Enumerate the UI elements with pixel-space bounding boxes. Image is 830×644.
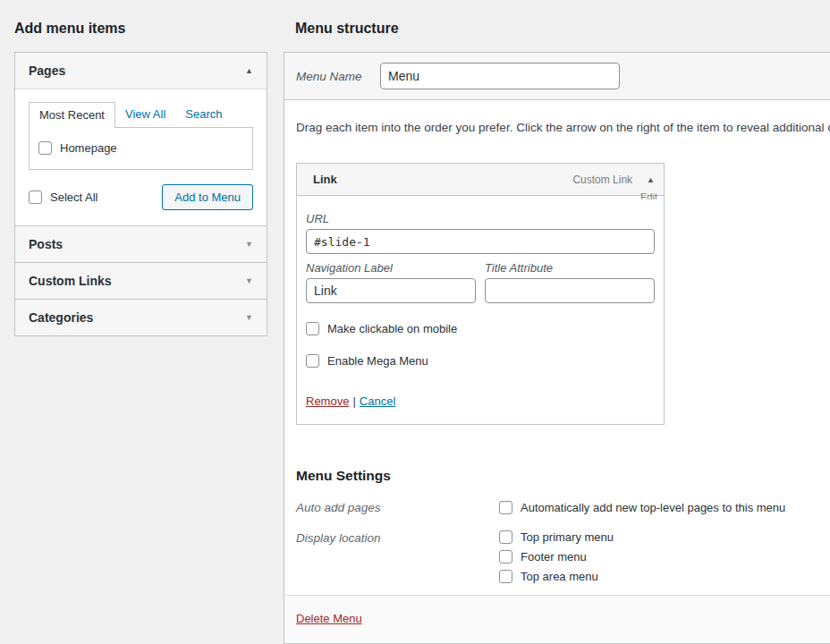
- homepage-label: Homepage: [60, 141, 117, 155]
- enable-mega-menu-label: Enable Mega Menu: [327, 354, 428, 368]
- delete-menu-link[interactable]: Delete Menu: [296, 612, 362, 625]
- select-all-label: Select All: [50, 191, 97, 204]
- menu-items-accordion: Pages ▲ Most Recent View All Search Home…: [14, 52, 267, 336]
- menu-settings-title: Menu Settings: [296, 468, 830, 484]
- collapse-item-icon[interactable]: ▲: [647, 175, 655, 184]
- most-recent-tab-panel: Homepage: [29, 127, 253, 170]
- menu-item-link: Link Custom Link ▲ Edit URL Navigation L…: [296, 163, 665, 425]
- pages-tabs: Most Recent View All Search: [29, 102, 253, 127]
- link-separator: |: [352, 394, 355, 408]
- tab-view-all[interactable]: View All: [115, 102, 175, 127]
- pages-button-controls: Select All Add to Menu: [29, 184, 253, 210]
- auto-add-option-label: Automatically add new top-level pages to…: [521, 501, 785, 514]
- navigation-label-input[interactable]: [306, 278, 476, 303]
- select-all-checkbox[interactable]: [29, 191, 42, 204]
- enable-mega-menu-checkbox[interactable]: [306, 354, 319, 368]
- remove-item-link[interactable]: Remove: [306, 394, 349, 408]
- edit-link-clipped[interactable]: Edit: [640, 191, 657, 199]
- menu-structure-panel: Menu Name Drag each item into the order …: [284, 52, 830, 644]
- cancel-item-link[interactable]: Cancel: [360, 394, 395, 408]
- make-clickable-label: Make clickable on mobile: [327, 322, 457, 335]
- menu-structure-title: Menu structure: [284, 14, 830, 52]
- url-label: URL: [306, 212, 655, 225]
- chevron-up-icon: ▲: [245, 66, 253, 75]
- item-action-links: Remove|Cancel: [306, 394, 655, 408]
- footer-menu-checkbox[interactable]: [499, 550, 512, 564]
- url-input[interactable]: [306, 229, 655, 254]
- top-primary-menu-label: Top primary menu: [521, 530, 614, 544]
- footer-menu-row[interactable]: Footer menu: [499, 550, 614, 564]
- add-to-menu-button[interactable]: Add to Menu: [162, 184, 253, 210]
- make-clickable-row[interactable]: Make clickable on mobile: [306, 322, 655, 335]
- chevron-down-icon: ▼: [245, 240, 253, 249]
- make-clickable-checkbox[interactable]: [306, 322, 319, 335]
- top-primary-menu-row[interactable]: Top primary menu: [499, 530, 614, 544]
- display-location-label: Display location: [296, 530, 499, 583]
- title-attribute-input[interactable]: [485, 278, 655, 303]
- footer-menu-label: Footer menu: [521, 550, 587, 564]
- enable-mega-menu-row[interactable]: Enable Mega Menu: [306, 354, 655, 368]
- menu-name-bar: Menu Name: [284, 53, 830, 100]
- top-area-menu-row[interactable]: Top area menu: [499, 570, 614, 583]
- homepage-checkbox[interactable]: [38, 141, 52, 155]
- chevron-down-icon: ▼: [245, 276, 253, 285]
- auto-add-pages-row: Auto add pages Automatically add new top…: [296, 500, 830, 514]
- top-area-menu-label: Top area menu: [521, 570, 598, 583]
- display-location-row: Display location Top primary menu Footer…: [296, 530, 830, 583]
- pages-section-label: Pages: [29, 64, 65, 78]
- menu-item-header[interactable]: Link Custom Link ▲: [296, 163, 665, 196]
- navigation-label-label: Navigation Label: [306, 261, 476, 275]
- select-all-row[interactable]: Select All: [29, 191, 97, 204]
- posts-section-label: Posts: [29, 237, 63, 251]
- add-menu-items-column: Add menu items Pages ▲ Most Recent View …: [14, 14, 267, 336]
- auto-add-pages-label: Auto add pages: [296, 500, 499, 514]
- accordion-section-pages[interactable]: Pages ▲: [15, 53, 267, 89]
- accordion-section-custom-links[interactable]: Custom Links ▼: [15, 262, 267, 299]
- chevron-down-icon: ▼: [245, 313, 253, 322]
- auto-add-option-row[interactable]: Automatically add new top-level pages to…: [499, 500, 785, 514]
- add-menu-items-title: Add menu items: [14, 14, 267, 52]
- menu-name-label: Menu Name: [296, 70, 368, 83]
- menu-name-input[interactable]: [380, 63, 620, 89]
- menu-structure-column: Menu structure Menu Name Drag each item …: [284, 14, 830, 644]
- menu-item-settings: URL Navigation Label Title Attribute: [296, 196, 665, 425]
- menu-structure-footer: Delete Menu: [284, 595, 830, 643]
- menu-structure-body: Drag each item into the order you prefer…: [284, 100, 830, 595]
- drag-instruction-text: Drag each item into the order you prefer…: [296, 121, 830, 134]
- top-area-menu-checkbox[interactable]: [499, 570, 512, 583]
- top-primary-menu-checkbox[interactable]: [499, 530, 512, 544]
- page-item-homepage[interactable]: Homepage: [38, 141, 243, 155]
- accordion-section-categories[interactable]: Categories ▼: [15, 299, 267, 335]
- auto-add-checkbox[interactable]: [499, 501, 512, 514]
- pages-section-body: Most Recent View All Search Homepage Sel…: [15, 89, 267, 225]
- tab-most-recent[interactable]: Most Recent: [29, 102, 115, 128]
- title-attribute-label: Title Attribute: [485, 261, 655, 275]
- accordion-section-posts[interactable]: Posts ▼: [15, 225, 267, 262]
- menu-item-type-label: Custom Link: [572, 174, 632, 186]
- menu-item-title: Link: [313, 173, 572, 186]
- custom-links-section-label: Custom Links: [29, 274, 112, 288]
- tab-search[interactable]: Search: [175, 102, 232, 127]
- categories-section-label: Categories: [29, 310, 93, 325]
- display-location-options: Top primary menu Footer menu Top area me…: [499, 530, 614, 583]
